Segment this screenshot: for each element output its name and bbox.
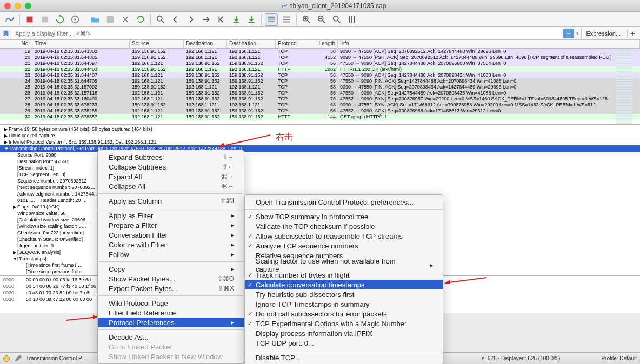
capture-stop-icon[interactable]	[38, 13, 51, 26]
packet-row[interactable]: 202019-04-18 02:35:31.644385159.138.91.1…	[0, 55, 640, 60]
col-len[interactable]: Length	[305, 40, 338, 48]
reload-icon[interactable]	[134, 13, 147, 26]
detail-linux[interactable]: ▶Linux cooked capture	[0, 132, 640, 139]
menu-item[interactable]: Export Packet Bytes...⇧⌘X	[98, 284, 244, 293]
menu-item[interactable]: Colorize with Filter	[98, 240, 244, 250]
capture-restart-icon[interactable]	[54, 13, 66, 26]
detail-field[interactable]: Sequence number: 2070892512	[0, 178, 640, 184]
menu-item[interactable]: Apply as Filter	[98, 211, 244, 220]
wireshark-logo-icon[interactable]	[3, 13, 16, 26]
submenu-item[interactable]: ✓Do not call subdissectors for error pac…	[245, 309, 443, 319]
packet-row[interactable]: 242019-04-18 02:35:31.644705192.168.1.12…	[0, 78, 640, 84]
col-proto[interactable]: Protocol	[276, 40, 305, 48]
col-info[interactable]: Info	[338, 40, 640, 48]
packet-row[interactable]: 222019-04-18 02:35:31.644403159.138.91.1…	[0, 66, 640, 72]
detail-field[interactable]: [Stream index: 1]	[0, 165, 640, 171]
packet-row[interactable]: 252019-04-18 02:35:32.157092159.138.91.1…	[0, 84, 640, 90]
submenu-item[interactable]: Validate the TCP checksum if possible	[245, 221, 443, 231]
submenu-item[interactable]: ✓Allow subdissector to reassemble TCP st…	[245, 231, 443, 241]
menu-item[interactable]: Conversation Filter	[98, 230, 244, 240]
go-last-icon[interactable]	[230, 13, 243, 26]
go-jump-icon[interactable]	[199, 13, 212, 26]
menu-item[interactable]: Filter Field Reference	[98, 308, 244, 318]
save-file-icon[interactable]	[104, 13, 117, 26]
menu-item[interactable]: Wiki Protocol Page	[98, 298, 244, 308]
menu-item[interactable]: Collapse All⌘←	[98, 181, 244, 191]
svg-rect-6	[268, 16, 275, 18]
zoom-out-icon[interactable]	[315, 13, 328, 26]
expert-info-icon[interactable]	[3, 355, 10, 362]
resize-columns-icon[interactable]	[345, 13, 358, 26]
capture-start-icon[interactable]	[23, 13, 36, 26]
menu-item[interactable]: Follow	[98, 250, 244, 259]
packet-row[interactable]: 192019-04-18 02:35:31.643302159.138.91.1…	[0, 49, 640, 55]
col-no[interactable]: No.	[0, 40, 32, 48]
submenu-item[interactable]: Disable TCP...	[245, 353, 443, 362]
submenu-item[interactable]: Display process information via IPFIX	[245, 328, 443, 338]
packet-row[interactable]: 212019-04-18 02:35:31.644397192.168.1.12…	[0, 60, 640, 66]
display-filter-input[interactable]	[12, 28, 561, 39]
apply-filter-button[interactable]: →	[563, 29, 574, 38]
submenu-item[interactable]: ✓Calculate conversation timestamps	[245, 280, 443, 289]
minimap[interactable]	[616, 49, 632, 124]
zoom-reset-icon[interactable]	[330, 13, 343, 26]
menu-item[interactable]: Protocol Preferences	[98, 318, 244, 327]
submenu-item[interactable]: Open Transmission Control Protocol prefe…	[245, 197, 443, 207]
find-icon[interactable]	[154, 13, 167, 26]
edit-icon[interactable]	[14, 355, 22, 362]
menu-item[interactable]: Expand All⌘→	[98, 172, 244, 181]
list-view-icon[interactable]	[280, 13, 293, 26]
detail-field[interactable]: [Next sequence number: 2070892…	[0, 184, 640, 191]
menu-item[interactable]: Copy	[98, 264, 244, 274]
submenu-item[interactable]: ✓TCP Experimental Options with a Magic N…	[245, 319, 443, 328]
go-prev-icon[interactable]	[169, 13, 182, 26]
menu-item[interactable]: Decode As...	[98, 332, 244, 342]
col-dest2[interactable]: Destination	[227, 40, 276, 48]
detail-frame[interactable]: ▶Frame 19: 58 bytes on wire (464 bits), …	[0, 126, 640, 132]
submenu-item[interactable]: TCP UDP port: 0...	[245, 338, 443, 348]
zoom-icon[interactable]	[25, 3, 31, 9]
submenu-item[interactable]: ✓Analyze TCP sequence numbers	[245, 241, 443, 251]
close-file-icon[interactable]	[119, 13, 132, 26]
packet-list[interactable]: 192019-04-18 02:35:31.643302159.138.91.1…	[0, 49, 640, 124]
go-first-icon[interactable]	[215, 13, 228, 26]
col-time[interactable]: Time	[32, 40, 130, 48]
expression-button[interactable]: Expression...	[581, 28, 625, 39]
packet-row[interactable]: 262019-04-18 02:35:32.157118192.168.1.12…	[0, 90, 640, 96]
go-next-icon[interactable]	[184, 13, 197, 26]
packet-row[interactable]: 232019-04-18 02:35:31.644407192.168.1.12…	[0, 72, 640, 78]
menu-item[interactable]: Collapse Subtrees⇧←	[98, 162, 244, 172]
packet-row[interactable]: 292019-04-18 02:35:33.678265192.168.1.12…	[0, 108, 640, 114]
menu-item[interactable]: Show Packet Bytes...⇧⌘O	[98, 274, 244, 284]
add-filter-button[interactable]: +	[627, 29, 638, 38]
submenu-item[interactable]: Try heuristic sub-dissectors first	[245, 289, 443, 299]
bookmark-icon[interactable]	[2, 30, 10, 37]
detail-field[interactable]: [TCP Segment Len: 0]	[0, 171, 640, 178]
close-icon[interactable]	[4, 3, 11, 9]
packet-row[interactable]: 302019-04-18 02:35:33.678357192.168.1.12…	[0, 114, 640, 120]
col-dest[interactable]: Destination	[184, 40, 227, 48]
packet-row[interactable]: 282019-04-18 02:35:33.678233159.138.91.1…	[0, 102, 640, 108]
submenu-item[interactable]: ✓Track number of bytes in flight	[245, 270, 443, 280]
packet-row[interactable]: 272019-04-18 02:35:33.160490192.168.1.12…	[0, 96, 640, 102]
protocol-prefs-submenu[interactable]: Open Transmission Control Protocol prefe…	[244, 194, 443, 364]
context-menu[interactable]: Expand Subtrees⇧→Collapse Subtrees⇧←Expa…	[97, 150, 244, 364]
detail-field[interactable]: Destination Port: 47550	[0, 158, 640, 165]
submenu-item[interactable]: Ignore TCP Timestamps in summary	[245, 299, 443, 309]
capture-options-icon[interactable]	[69, 13, 82, 26]
detail-field[interactable]: Source Port: 9090	[0, 152, 640, 158]
menu-item[interactable]: Apply as Column⇧⌘I	[98, 196, 244, 206]
col-source[interactable]: Source	[130, 40, 184, 48]
menu-item[interactable]: Prepare a Filter	[98, 220, 244, 230]
minimize-icon[interactable]	[15, 3, 21, 9]
status-profile[interactable]: Profile: Default	[601, 355, 637, 361]
submenu-item[interactable]: ✓Show TCP summary in protocol tree	[245, 212, 443, 221]
menu-item[interactable]: Expand Subtrees⇧→	[98, 152, 244, 162]
autoscroll-icon[interactable]	[245, 13, 258, 26]
detail-ip[interactable]: ▶Internet Protocol Version 4, Src: 159.1…	[0, 139, 640, 145]
open-file-icon[interactable]	[89, 13, 102, 26]
submenu-item[interactable]: Scaling factor to use when not available…	[245, 260, 443, 270]
zoom-in-icon[interactable]	[300, 13, 313, 26]
colorize-icon[interactable]	[265, 13, 278, 26]
detail-tcp[interactable]: ▼Transmission Control Protocol, Src Port…	[0, 145, 640, 152]
